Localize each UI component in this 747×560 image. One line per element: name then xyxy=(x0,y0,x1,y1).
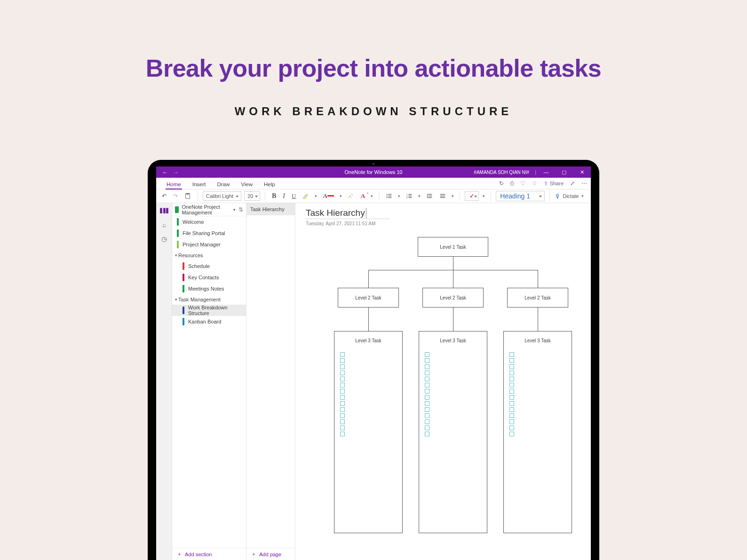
share-button[interactable]: ⇪Share xyxy=(544,181,564,187)
checkbox[interactable] xyxy=(509,352,514,357)
underline-button[interactable]: U xyxy=(290,191,298,201)
style-select[interactable]: Heading 1 xyxy=(496,191,545,201)
page-canvas[interactable]: Task Hierarchy Tuesday, April 27, 2021 1… xyxy=(295,203,591,560)
checkbox[interactable] xyxy=(340,377,345,381)
more-formatting-dropdown[interactable]: ▾ xyxy=(370,194,374,198)
checkbox[interactable] xyxy=(425,377,429,381)
checkbox[interactable] xyxy=(425,352,429,357)
notifications-icon[interactable]: ♢ xyxy=(532,180,537,187)
node-level3-a[interactable]: Level 3 Task xyxy=(334,331,403,533)
dictate-button[interactable]: 🎙 Dictate ▾ xyxy=(555,193,585,200)
add-section-button[interactable]: ＋ Add section xyxy=(172,548,246,560)
numbered-list-button[interactable]: 123 xyxy=(404,192,414,200)
section-key-contacts[interactable]: Key Contacts xyxy=(172,272,246,283)
checkbox[interactable] xyxy=(509,432,514,436)
clipboard-button[interactable] xyxy=(183,192,193,200)
section-group-resources[interactable]: ▾ Resources xyxy=(172,250,246,260)
page-title[interactable]: Task Hierarchy xyxy=(306,208,366,218)
search-icon[interactable]: ⌕ xyxy=(162,221,166,229)
bulleted-list-button[interactable] xyxy=(384,192,394,200)
section-group-task-mgmt[interactable]: ▾ Task Management xyxy=(172,294,246,305)
checkbox[interactable] xyxy=(340,413,345,418)
checkbox[interactable] xyxy=(509,413,514,418)
sort-icon[interactable]: ⇅ xyxy=(238,206,243,213)
checkbox[interactable] xyxy=(509,358,514,363)
checkbox[interactable] xyxy=(425,358,429,363)
overflow-icon[interactable]: ⋯ xyxy=(581,180,587,187)
font-color-dropdown[interactable]: ▾ xyxy=(339,194,343,198)
checkbox[interactable] xyxy=(425,426,429,430)
checkbox[interactable] xyxy=(340,407,345,412)
font-color-button[interactable]: A xyxy=(321,191,335,201)
node-level2-c[interactable]: Level 2 Task xyxy=(507,288,568,308)
checkbox[interactable] xyxy=(340,383,345,387)
minimize-button[interactable]: — xyxy=(537,166,555,178)
print-icon[interactable]: ⎙ xyxy=(510,180,514,187)
lightbulb-icon[interactable]: ♡ xyxy=(520,180,525,187)
checkbox[interactable] xyxy=(340,364,345,369)
checkbox[interactable] xyxy=(340,358,345,363)
decrease-indent-button[interactable] xyxy=(424,192,435,200)
back-button[interactable]: ← xyxy=(162,169,168,176)
section-meetings-notes[interactable]: Meetings Notes xyxy=(172,283,246,294)
checkbox[interactable] xyxy=(509,426,514,430)
checkbox[interactable] xyxy=(425,389,429,394)
menu-view[interactable]: View xyxy=(235,180,258,189)
font-size-select[interactable]: 20 xyxy=(244,191,260,201)
menu-insert[interactable]: Insert xyxy=(187,180,212,189)
fullscreen-icon[interactable]: ⤢ xyxy=(570,180,575,187)
sync-icon[interactable]: ↻ xyxy=(499,180,504,187)
section-schedule[interactable]: Schedule xyxy=(172,260,246,272)
highlight-dropdown[interactable]: ▾ xyxy=(314,194,318,198)
bold-button[interactable]: B xyxy=(270,191,278,201)
node-level1[interactable]: Level 1 Task xyxy=(418,237,488,257)
checkbox[interactable] xyxy=(340,371,345,375)
paragraph-dropdown[interactable]: ▾ xyxy=(451,194,455,198)
checkbox[interactable] xyxy=(425,364,429,369)
bulleted-list-dropdown[interactable]: ▾ xyxy=(397,194,401,198)
add-page-button[interactable]: ＋ Add page xyxy=(246,548,295,560)
node-level3-b[interactable]: Level 3 Task xyxy=(419,331,487,533)
checkbox[interactable] xyxy=(509,377,514,381)
checkbox[interactable] xyxy=(509,371,514,375)
checkbox[interactable] xyxy=(509,364,514,369)
numbered-list-dropdown[interactable]: ▾ xyxy=(417,194,421,198)
section-welcome[interactable]: Welcome xyxy=(172,216,246,228)
checkbox[interactable] xyxy=(340,389,345,394)
checkbox[interactable] xyxy=(425,419,429,424)
close-button[interactable]: ✕ xyxy=(573,166,591,178)
section-project-manager[interactable]: Project Manager xyxy=(172,239,246,250)
notebooks-icon[interactable]: ▮▮▮ xyxy=(159,206,168,214)
recent-icon[interactable]: ◷ xyxy=(161,235,167,243)
checkbox[interactable] xyxy=(340,401,345,406)
section-file-sharing[interactable]: File Sharing Portal xyxy=(172,228,246,239)
menu-draw[interactable]: Draw xyxy=(211,180,235,189)
checkbox[interactable] xyxy=(509,389,514,394)
checkbox[interactable] xyxy=(425,371,429,375)
checkbox[interactable] xyxy=(340,426,345,430)
italic-button[interactable]: I xyxy=(281,191,287,201)
checkbox[interactable] xyxy=(509,383,514,387)
maximize-button[interactable]: ▢ xyxy=(555,166,573,178)
checkbox[interactable] xyxy=(340,395,345,400)
checkbox[interactable] xyxy=(425,401,429,406)
checkbox[interactable] xyxy=(425,395,429,400)
section-kanban[interactable]: Kanban Board xyxy=(172,316,246,327)
undo-button[interactable]: ↶ xyxy=(160,192,168,200)
notebook-header[interactable]: OneNote Project Management ▾ ⇅ xyxy=(172,203,246,216)
checkbox[interactable] xyxy=(509,401,514,406)
clear-formatting-button[interactable]: A xyxy=(346,192,356,200)
checkbox[interactable] xyxy=(509,407,514,412)
menu-help[interactable]: Help xyxy=(258,180,281,189)
menu-home[interactable]: Home xyxy=(161,180,187,189)
node-level2-b[interactable]: Level 2 Task xyxy=(422,288,484,308)
redo-button[interactable]: ↷ xyxy=(171,192,180,200)
checkbox[interactable] xyxy=(340,419,345,424)
node-level3-c[interactable]: Level 3 Task xyxy=(503,331,572,533)
page-task-hierarchy[interactable]: Task Hierarchy xyxy=(246,203,295,215)
node-level2-a[interactable]: Level 2 Task xyxy=(338,288,399,308)
tags-dropdown[interactable]: ▾ xyxy=(482,194,486,198)
checkbox[interactable] xyxy=(509,419,514,424)
checkbox[interactable] xyxy=(340,352,345,357)
checkbox[interactable] xyxy=(425,432,429,436)
